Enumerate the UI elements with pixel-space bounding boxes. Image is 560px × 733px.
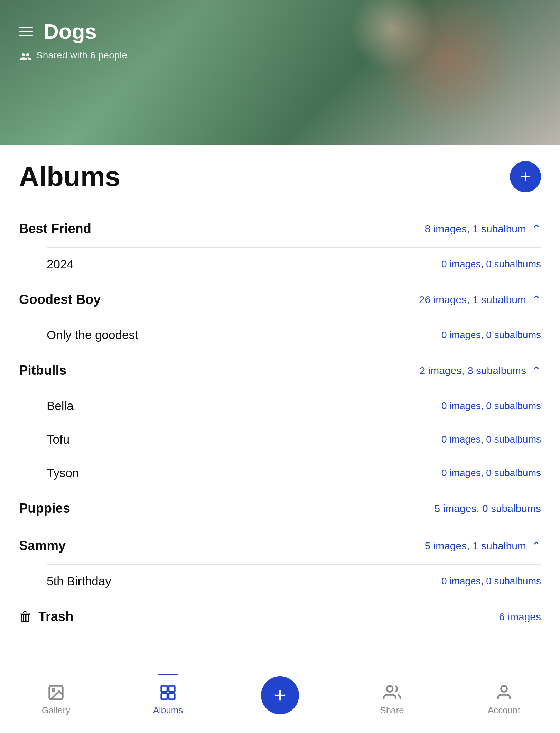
sub-album-count: 0 images, 0 subalbums (441, 434, 541, 445)
svg-rect-5 (169, 693, 175, 699)
plus-icon (518, 169, 533, 184)
album-item-sammy: Sammy 5 images, 1 subalbum ⌃ 5th Birthda… (19, 527, 541, 598)
albums-icon (159, 684, 177, 702)
album-count: 5 images, 0 subalbums (435, 503, 541, 514)
shared-info: Shared with 6 people (19, 50, 541, 61)
add-album-button[interactable] (510, 161, 541, 192)
chevron-up-icon: ⌃ (532, 364, 541, 377)
chevron-up-icon: ⌃ (532, 222, 541, 235)
album-row-sammy[interactable]: Sammy 5 images, 1 subalbum ⌃ (19, 527, 541, 564)
nav-item-account[interactable]: Account (473, 684, 535, 716)
album-meta: 8 images, 1 subalbum ⌃ (425, 222, 541, 235)
sub-album-count: 0 images, 0 subalbums (441, 467, 541, 479)
album-name: Trash (38, 609, 73, 624)
album-row-goodest-boy[interactable]: Goodest Boy 26 images, 1 subalbum ⌃ (19, 281, 541, 318)
album-name: Sammy (19, 538, 66, 553)
sub-album-list-pitbulls: Bella 0 images, 0 subalbums Tofu 0 image… (19, 389, 541, 490)
svg-point-1 (52, 689, 55, 691)
svg-rect-4 (161, 693, 167, 699)
album-item-trash: 🗑 Trash 6 images (19, 598, 541, 635)
album-count: 8 images, 1 subalbum (425, 223, 526, 235)
hamburger-icon[interactable] (19, 27, 33, 36)
nav-item-add[interactable] (249, 685, 311, 714)
sub-album-item-tyson: Tyson 0 images, 0 subalbums (47, 456, 541, 490)
album-row-pitbulls[interactable]: Pitbulls 2 images, 3 subalbums ⌃ (19, 352, 541, 389)
nav-label-account: Account (488, 705, 520, 716)
share-icon (383, 684, 401, 702)
sub-album-name: 2024 (47, 257, 74, 271)
nav-item-albums[interactable]: Albums (137, 684, 199, 716)
nav-label-albums: Albums (153, 705, 183, 716)
hero-section: Dogs Shared with 6 people (0, 0, 560, 145)
chevron-up-icon: ⌃ (532, 539, 541, 553)
svg-rect-3 (169, 686, 175, 692)
nav-add-button[interactable] (261, 676, 299, 714)
nav-label-share: Share (380, 705, 404, 716)
albums-title: Albums (19, 161, 120, 193)
sub-album-list-sammy: 5th Birthday 0 images, 0 subalbums (19, 564, 541, 598)
album-meta: 26 images, 1 subalbum ⌃ (419, 293, 541, 306)
sub-album-name: Bella (47, 399, 74, 413)
nav-label-gallery: Gallery (42, 705, 70, 716)
gallery-icon (47, 684, 65, 702)
chevron-up-icon: ⌃ (532, 293, 541, 306)
nav-item-share[interactable]: Share (361, 684, 423, 716)
album-meta: 5 images, 1 subalbum ⌃ (425, 539, 541, 553)
album-name: Pitbulls (19, 363, 66, 378)
album-count: 26 images, 1 subalbum (419, 294, 526, 306)
sub-album-count: 0 images, 0 subalbums (441, 259, 541, 270)
sub-album-item-2024: 2024 0 images, 0 subalbums (47, 247, 541, 281)
sub-album-row-tofu[interactable]: Tofu 0 images, 0 subalbums (47, 423, 541, 456)
sub-album-row-5th-birthday[interactable]: 5th Birthday 0 images, 0 subalbums (47, 565, 541, 598)
sub-album-list-goodest-boy: Only the goodest 0 images, 0 subalbums (19, 318, 541, 352)
nav-item-gallery[interactable]: Gallery (25, 684, 87, 716)
svg-point-7 (501, 686, 507, 692)
page-title: Dogs (43, 19, 97, 44)
album-meta: 5 images, 0 subalbums (435, 503, 541, 514)
album-row-trash[interactable]: 🗑 Trash 6 images (19, 598, 541, 635)
sub-album-list-best-friend: 2024 0 images, 0 subalbums (19, 247, 541, 281)
album-item-best-friend: Best Friend 8 images, 1 subalbum ⌃ 2024 … (19, 210, 541, 281)
album-count: 2 images, 3 subalbums (420, 365, 526, 377)
main-content: Albums Best Friend 8 images, 1 subalbum … (0, 145, 560, 664)
sub-album-count: 0 images, 0 subalbums (441, 576, 541, 587)
sub-album-row-tyson[interactable]: Tyson 0 images, 0 subalbums (47, 456, 541, 490)
bottom-nav: Gallery Albums Share Accoun (0, 674, 560, 733)
sub-album-item-bella: Bella 0 images, 0 subalbums (47, 389, 541, 423)
people-icon (19, 50, 32, 60)
sub-album-row-2024[interactable]: 2024 0 images, 0 subalbums (47, 248, 541, 281)
album-row-best-friend[interactable]: Best Friend 8 images, 1 subalbum ⌃ (19, 210, 541, 247)
album-list: Best Friend 8 images, 1 subalbum ⌃ 2024 … (19, 210, 541, 635)
album-meta: 2 images, 3 subalbums ⌃ (420, 364, 541, 377)
album-count: 6 images (499, 611, 541, 623)
album-item-goodest-boy: Goodest Boy 26 images, 1 subalbum ⌃ Only… (19, 281, 541, 352)
svg-point-6 (387, 686, 393, 692)
album-name: Puppies (19, 501, 70, 516)
album-row-puppies[interactable]: Puppies 5 images, 0 subalbums (19, 490, 541, 527)
shared-text: Shared with 6 people (36, 50, 127, 61)
sub-album-row-only-the-goodest[interactable]: Only the goodest 0 images, 0 subalbums (47, 318, 541, 352)
sub-album-name: Tyson (47, 466, 79, 480)
sub-album-count: 0 images, 0 subalbums (441, 400, 541, 411)
album-name: Goodest Boy (19, 292, 101, 307)
svg-rect-2 (161, 686, 167, 692)
sub-album-item-tofu: Tofu 0 images, 0 subalbums (47, 423, 541, 456)
album-name: Best Friend (19, 221, 91, 236)
albums-header: Albums (19, 161, 541, 193)
album-item-pitbulls: Pitbulls 2 images, 3 subalbums ⌃ Bella 0… (19, 352, 541, 490)
album-meta: 6 images (499, 611, 541, 623)
sub-album-row-bella[interactable]: Bella 0 images, 0 subalbums (47, 389, 541, 423)
album-count: 5 images, 1 subalbum (425, 540, 526, 552)
hero-header: Dogs (19, 19, 541, 44)
trash-icon: 🗑 (19, 609, 32, 624)
sub-album-item-5th-birthday: 5th Birthday 0 images, 0 subalbums (47, 564, 541, 598)
sub-album-name: 5th Birthday (47, 574, 111, 588)
album-item-puppies: Puppies 5 images, 0 subalbums (19, 490, 541, 527)
nav-plus-icon (271, 686, 289, 704)
account-icon (495, 684, 513, 702)
sub-album-item-only-the-goodest: Only the goodest 0 images, 0 subalbums (47, 318, 541, 352)
trash-album-left: 🗑 Trash (19, 609, 73, 624)
sub-album-name: Tofu (47, 433, 69, 446)
sub-album-name: Only the goodest (47, 328, 138, 342)
sub-album-count: 0 images, 0 subalbums (441, 330, 541, 341)
